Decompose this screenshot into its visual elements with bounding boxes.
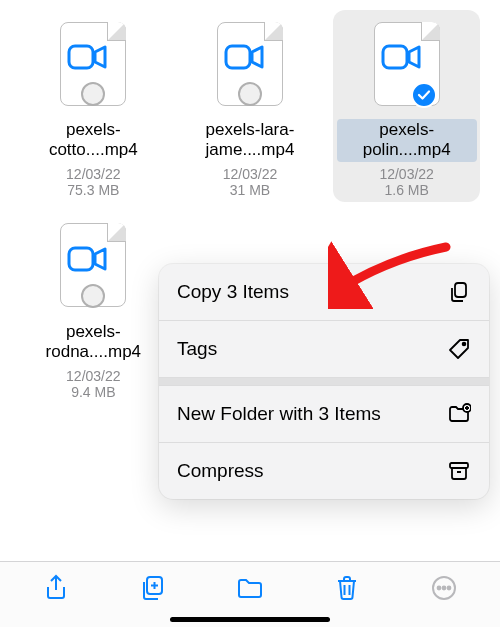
video-icon xyxy=(67,42,107,72)
file-item-selected[interactable]: pexels-polin....mp4 12/03/22 1.6 MB xyxy=(333,10,480,202)
duplicate-icon xyxy=(138,573,168,603)
menu-label: Compress xyxy=(177,459,433,483)
selection-circle-icon[interactable] xyxy=(81,284,105,308)
home-indicator xyxy=(170,617,330,622)
svg-rect-3 xyxy=(69,248,93,270)
file-date-label: 12/03/22 xyxy=(223,166,278,182)
more-button[interactable] xyxy=(424,568,464,608)
video-file-icon xyxy=(53,16,133,111)
move-button[interactable] xyxy=(230,568,270,608)
menu-label: Copy 3 Items xyxy=(177,280,433,304)
svg-point-10 xyxy=(437,586,440,589)
file-date-label: 12/03/22 xyxy=(66,368,121,384)
video-file-icon xyxy=(367,16,447,111)
svg-rect-1 xyxy=(226,46,250,68)
selection-circle-icon[interactable] xyxy=(81,82,105,106)
svg-rect-2 xyxy=(383,46,407,68)
archive-icon xyxy=(447,459,471,483)
context-menu: Copy 3 Items Tags New Folder with 3 Item… xyxy=(159,264,489,499)
file-date-label: 12/03/22 xyxy=(66,166,121,182)
file-size-label: 9.4 MB xyxy=(71,384,115,400)
share-icon xyxy=(41,573,71,603)
menu-label: New Folder with 3 Items xyxy=(177,402,433,426)
file-date-label: 12/03/22 xyxy=(379,166,434,182)
video-file-icon xyxy=(53,218,133,313)
checkmark-icon[interactable] xyxy=(411,82,437,108)
video-icon xyxy=(381,42,421,72)
file-name-label: pexels-cotto....mp4 xyxy=(23,119,163,162)
menu-compress[interactable]: Compress xyxy=(159,443,489,499)
file-item[interactable]: pexels-lara-jame....mp4 12/03/22 31 MB xyxy=(177,10,324,202)
tag-icon xyxy=(447,337,471,361)
trash-icon xyxy=(332,573,362,603)
svg-point-5 xyxy=(463,343,466,346)
delete-button[interactable] xyxy=(327,568,367,608)
file-size-label: 75.3 MB xyxy=(67,182,119,198)
video-icon xyxy=(224,42,264,72)
svg-rect-7 xyxy=(450,463,468,468)
folder-icon xyxy=(235,573,265,603)
file-name-label: pexels-lara-jame....mp4 xyxy=(180,119,320,162)
file-name-label: pexels-polin....mp4 xyxy=(337,119,477,162)
menu-copy[interactable]: Copy 3 Items xyxy=(159,264,489,321)
video-file-icon xyxy=(210,16,290,111)
svg-rect-4 xyxy=(455,283,466,297)
more-icon xyxy=(429,573,459,603)
selection-circle-icon[interactable] xyxy=(238,82,262,106)
menu-new-folder[interactable]: New Folder with 3 Items xyxy=(159,386,489,443)
file-name-label: pexels-rodna....mp4 xyxy=(23,321,163,364)
share-button[interactable] xyxy=(36,568,76,608)
svg-point-12 xyxy=(447,586,450,589)
file-size-label: 31 MB xyxy=(230,182,270,198)
copy-icon xyxy=(447,280,471,304)
menu-separator xyxy=(159,378,489,386)
svg-rect-0 xyxy=(69,46,93,68)
file-item[interactable]: pexels-rodna....mp4 12/03/22 9.4 MB xyxy=(20,212,167,404)
svg-point-11 xyxy=(442,586,445,589)
folder-plus-icon xyxy=(447,402,471,426)
menu-label: Tags xyxy=(177,337,433,361)
file-size-label: 1.6 MB xyxy=(384,182,428,198)
file-item[interactable]: pexels-cotto....mp4 12/03/22 75.3 MB xyxy=(20,10,167,202)
duplicate-button[interactable] xyxy=(133,568,173,608)
video-icon xyxy=(67,244,107,274)
menu-tags[interactable]: Tags xyxy=(159,321,489,378)
